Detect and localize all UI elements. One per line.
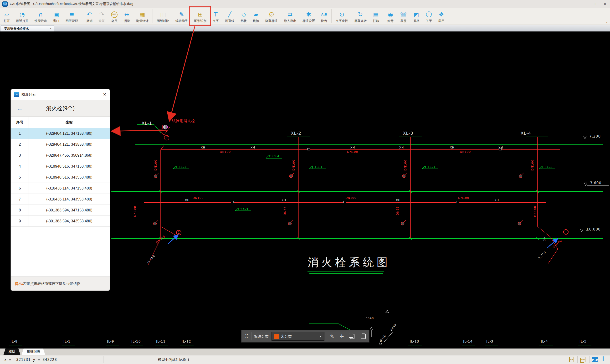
table-row[interactable]: 9(-301383.594, 343553.480) [11,216,110,227]
table-row[interactable]: 2(-329464.121, 343553.480) [11,139,110,150]
category-dropdown[interactable]: 未分类 ▼ [272,332,324,341]
toolbar-item-layer-manager[interactable]: ≡图层管理 [63,8,81,25]
row-coordinate: (-329464.121, 343553.480) [29,139,110,150]
toolbar-item-label: 编辑助手 [175,19,188,23]
toolbar-item-label: 恢复 [99,19,105,23]
row-coordinate: (-328647.455, 350914.868) [29,150,110,161]
category-value: 未分类 [281,334,292,339]
draw-line-icon: ╱ [228,11,232,19]
sheet-tab-architecture[interactable]: 建筑图纸 [21,349,45,355]
toolbar-item-shape-recognition[interactable]: ⊞图形识别 [191,8,209,25]
pdf-export-icon[interactable]: PDF [569,357,574,362]
tray-minimize-icon[interactable] [603,357,604,361]
divider [251,332,251,340]
document-tab-bar: 专用宿舍楼给排水 ✕ [0,25,610,31]
toolbar-item-label: 测量统计 [136,19,148,23]
print-icon: ▤ [373,11,379,19]
cursor-coordinates: x = -321731 y = 348228 [4,358,57,362]
window-icon: ▣ [53,11,59,19]
toolbar-item-shapes[interactable]: ◇形状 [237,8,250,25]
toolbar-item-label: 导入导出 [284,19,296,23]
edit-annotation-icon[interactable]: ✎ [330,334,334,339]
toolbar-item-undo[interactable]: ↶撤销 [83,8,96,25]
figure-list-panel: CAD 图形列表 ✕ ← 消火栓(9个) 序号 坐标 1(-329464.121… [11,89,110,291]
toolbar-item-label: 文字查找 [336,19,348,23]
toolbar-item-text-search[interactable]: ⊙文字查找 [333,8,351,25]
pdf-to-dwg-icon[interactable]: P→D [592,357,598,362]
table-row[interactable]: 1(-329464.121, 347153.480) [11,128,110,139]
category-color-swatch [274,334,279,339]
toolbar-item-customer-service[interactable]: ☏客服 [397,8,410,25]
copy-annotation-icon[interactable] [350,334,354,339]
toolbar-item-label: 撤销 [86,19,92,23]
table-row[interactable]: 8(-301383.594, 347153.480) [11,205,110,216]
maximize-button[interactable]: □ [590,0,600,8]
toolbar-item-label: 屏幕旋转 [354,19,367,23]
table-row[interactable]: 5(-318948.516, 343553.480) [11,172,110,183]
document-tab[interactable]: 专用宿舍楼给排水 ✕ [1,25,54,31]
table-row[interactable]: 6(-310436.114, 347153.480) [11,183,110,194]
toolbar-item-draw-line[interactable]: ╱画直线 [222,8,237,25]
panel-close-icon[interactable]: ✕ [103,92,106,97]
toolbar-item-drawing-compare[interactable]: ◫图纸对比 [154,8,172,25]
back-arrow-icon[interactable]: ← [17,105,23,112]
table-row[interactable]: 3(-328647.455, 350914.868) [11,150,110,161]
toolbar-item-hide-annotations[interactable]: ∅隐藏标注 [262,8,281,25]
toolbar-item-apps[interactable]: ❖应用 [435,8,447,25]
toolbar-item-print[interactable]: ▤打印 [370,8,382,25]
toolbar-item-account[interactable]: ◉账号 [384,8,397,25]
sheet-tab-model[interactable]: 模型 [3,349,21,355]
annotation-toolbar: ⠿ 标注分类 未分类 ▼ ✎ ✛ [241,330,369,343]
screen-rotate-icon: ↻ [358,11,363,19]
toolbar-item-label: 形状 [241,19,247,23]
tab-close-icon[interactable]: ✕ [50,27,52,30]
toolbar-item-scale[interactable]: A:B比例 [318,8,330,25]
toolbar-item-import-export[interactable]: ⇄导入导出 [281,8,299,25]
toolbar-item-kuaikan-cloud[interactable]: ∩快看云盘 [31,8,50,25]
toolbar-item-annotation-settings[interactable]: ✱标注设置 [299,8,318,25]
toolbar-item-label: 标注设置 [302,19,315,23]
move-annotation-icon[interactable]: ✛ [340,334,344,339]
toolbar-item-window[interactable]: ▣窗口 [50,8,63,25]
row-coordinate: (-318948.516, 347153.480) [29,161,110,172]
toolbar-item-label: 删除 [253,19,259,23]
open-folder-icon: ▱ [4,11,9,19]
status-bar: x = -321731 y = 348228 模型中的标注比例:1 PDF PD… [0,355,610,364]
toolbar-item-label: 画直线 [225,19,234,23]
pdf-batch-glyph: PDF [581,357,585,362]
customer-service-icon: ☏ [400,11,407,19]
redo-icon: ↷ [99,11,104,19]
table-row[interactable]: 7(-310436.114, 343553.480) [11,194,110,205]
vip-icon: VIP [111,11,117,19]
toolbar-group-divider [331,9,332,23]
toolbar-item-redo[interactable]: ↷恢复 [96,8,108,25]
pdf-doc-glyph: PDF [569,357,574,362]
minimize-button[interactable]: — [580,0,590,8]
toolbar-item-measure-stats[interactable]: ▦测量统计 [133,8,152,25]
toolbar-item-about[interactable]: ⓘ关于 [423,8,435,25]
toolbar-item-measure[interactable]: ↔测量 [121,8,133,25]
pdf-batch-export-icon[interactable]: PDF [581,357,585,362]
close-button[interactable]: ✕ [600,0,610,8]
table-empty-area [11,227,110,276]
figure-list-titlebar[interactable]: CAD 图形列表 ✕ [11,89,110,100]
hide-annotations-icon: ∅ [269,11,274,19]
toolbar-item-label: 测量 [124,19,130,23]
toolbar-item-style[interactable]: ◩风格 [410,8,423,25]
toolbar-item-vip-member[interactable]: VIP会员 [108,8,121,25]
toolbar-item-edit-assistant[interactable]: ✎编辑助手 [172,8,191,25]
compare-icon: ◫ [160,11,166,19]
toolbar-item-open[interactable]: ▱打开 [0,8,13,25]
toolbar-item-text[interactable]: T文字 [209,8,222,25]
sheet-tab-bar: 模型 建筑图纸 [0,349,610,355]
divider [577,356,578,363]
grid-icon[interactable]: ⠿ [245,334,248,339]
toolbar-collapse-icon[interactable]: ▼ [606,21,608,24]
toolbar-item-delete[interactable]: ▰删除 [250,8,262,25]
toolbar-item-screen-rotate[interactable]: ↻屏幕旋转 [351,8,370,25]
toolbar-item-recent-open[interactable]: ◔最近打开 [13,8,31,25]
chevron-down-icon: ▼ [319,335,322,338]
paste-annotation-icon[interactable] [361,334,366,339]
shape-recognition-icon: ⊞ [198,11,203,19]
table-row[interactable]: 4(-318948.516, 347153.480) [11,161,110,172]
